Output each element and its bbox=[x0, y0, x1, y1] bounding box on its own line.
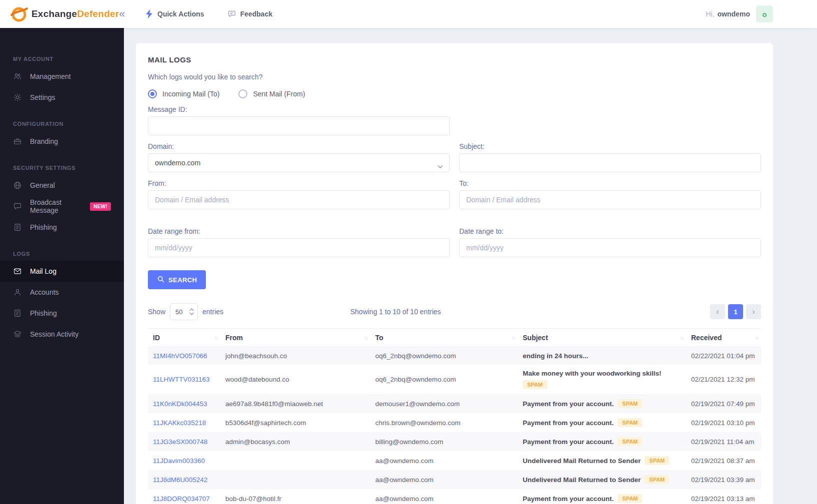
table-row: 11JG3eSX000748admin@bocasys.combilling@o… bbox=[148, 432, 761, 451]
greeting-text: Hi, bbox=[706, 10, 715, 18]
avatar[interactable]: o bbox=[756, 5, 773, 22]
cell-from: ae697a8.9b481f0@miaoweb.net bbox=[220, 394, 370, 413]
date-to-input[interactable] bbox=[459, 238, 761, 257]
cell-id: 11J8DORQ034707 bbox=[148, 489, 220, 504]
sidebar: MY ACCOUNT Management Settings CONFIGURA… bbox=[0, 28, 124, 504]
domain-label: Domain: bbox=[148, 142, 450, 150]
sidebar-item-label: Mail Log bbox=[30, 267, 56, 275]
cell-id: 11K0nKDk004453 bbox=[148, 394, 220, 413]
showing-info: Showing 1 to 10 of 10 entries bbox=[350, 308, 441, 316]
from-input[interactable] bbox=[148, 190, 450, 209]
sidebar-item-mail-log[interactable]: Mail Log bbox=[0, 261, 124, 282]
radio-sent-mail[interactable]: Sent Mail (From) bbox=[238, 89, 305, 98]
cell-subject: Undelivered Mail Returned to SenderSPAM bbox=[518, 470, 686, 489]
subject-text: Undelivered Mail Returned to Sender bbox=[523, 457, 641, 465]
table-row: 11JDavim003360aa@owndemo.comUndelivered … bbox=[148, 451, 761, 470]
radio-circle bbox=[148, 89, 157, 98]
subject-label: Subject: bbox=[459, 142, 761, 150]
prev-page-button[interactable]: ‹ bbox=[710, 304, 725, 319]
orange-sphere-logo-icon bbox=[10, 5, 28, 23]
sidebar-item-label: Accounts bbox=[30, 288, 59, 296]
next-page-button[interactable]: › bbox=[746, 304, 761, 319]
message-id-link[interactable]: 11JKAKkc035218 bbox=[153, 419, 206, 427]
cell-to: oq6_2nbq@owndemo.com bbox=[370, 365, 518, 394]
header-id[interactable]: ID↑↓ bbox=[148, 329, 220, 347]
cell-to: aa@owndemo.com bbox=[370, 489, 518, 504]
cell-from: wood@datebound.co bbox=[220, 365, 370, 394]
sort-icon: ↑↓ bbox=[680, 335, 683, 341]
message-id-link[interactable]: 11JDavim003360 bbox=[153, 457, 205, 465]
list-controls: Show 50 entries Showing 1 to 10 of 10 en… bbox=[148, 303, 761, 320]
message-id-link[interactable]: 11LHWTTV031163 bbox=[153, 376, 210, 383]
sidebar-item-phishing-security[interactable]: Phishing bbox=[0, 217, 124, 238]
sidebar-item-session-activity[interactable]: Session Activity bbox=[0, 324, 124, 345]
to-input[interactable] bbox=[459, 190, 761, 209]
cell-id: 11MI4hVO057066 bbox=[148, 347, 220, 365]
subject-input[interactable] bbox=[459, 153, 761, 172]
cell-subject: Payment from your account.SPAM bbox=[518, 394, 686, 413]
message-id-link[interactable]: 11J8dM6U005242 bbox=[153, 476, 207, 484]
cell-subject: Payment from your account.SPAM bbox=[518, 489, 686, 504]
table-row: 11JKAKkc035218b5306d4f@saphirtech.comchr… bbox=[148, 413, 761, 432]
briefcase-icon bbox=[13, 137, 22, 146]
from-label: From: bbox=[148, 179, 450, 187]
message-id-link[interactable]: 11JG3eSX000748 bbox=[153, 438, 207, 446]
domain-select[interactable]: owndemo.com bbox=[148, 153, 450, 172]
table-row: 11K0nKDk004453ae697a8.9b481f0@miaoweb.ne… bbox=[148, 394, 761, 413]
document-lines-icon bbox=[13, 309, 22, 318]
header-to[interactable]: To↑↓ bbox=[370, 329, 518, 347]
gear-icon bbox=[13, 93, 22, 102]
cell-received: 02/19/2021 07:49 pm bbox=[686, 394, 761, 413]
sidebar-item-settings[interactable]: Settings bbox=[0, 87, 124, 108]
cell-id: 11JDavim003360 bbox=[148, 451, 220, 470]
header-from[interactable]: From↑↓ bbox=[220, 329, 370, 347]
user-menu[interactable]: Hi, owndemo o bbox=[706, 5, 817, 22]
sidebar-section-logs: LOGS bbox=[0, 251, 124, 257]
lightning-bolt-icon bbox=[145, 9, 153, 19]
date-from-input[interactable] bbox=[148, 238, 450, 257]
spam-badge: SPAM bbox=[618, 437, 642, 446]
message-id-input[interactable] bbox=[148, 116, 450, 135]
cell-from: admin@bocasys.com bbox=[220, 432, 370, 451]
sidebar-item-broadcast-message[interactable]: Broadcast Message NEW! bbox=[0, 196, 124, 217]
cell-received: 02/19/2021 11:04 am bbox=[686, 432, 761, 451]
mail-icon bbox=[13, 267, 22, 276]
sidebar-item-accounts[interactable]: Accounts bbox=[0, 282, 124, 303]
sidebar-item-general[interactable]: General bbox=[0, 175, 124, 196]
quick-actions-button[interactable]: Quick Actions bbox=[145, 9, 204, 19]
page-1-button[interactable]: 1 bbox=[728, 304, 743, 319]
message-id-link[interactable]: 11K0nKDk004453 bbox=[153, 400, 207, 408]
header-received[interactable]: Received↑↓ bbox=[686, 329, 761, 347]
subject-text: Payment from your account. bbox=[523, 400, 614, 408]
cell-received: 02/19/2021 03:39 am bbox=[686, 470, 761, 489]
cell-received: 02/21/2021 12:32 pm bbox=[686, 365, 761, 394]
sidebar-item-management[interactable]: Management bbox=[0, 66, 124, 87]
table-row: 11LHWTTV031163wood@datebound.cooq6_2nbq@… bbox=[148, 365, 761, 394]
sidebar-collapse-icon[interactable]: « bbox=[119, 8, 125, 19]
message-id-label: Message ID: bbox=[148, 105, 450, 113]
table-row: 11MI4hVO057066john@beachsouh.cooq6_2nbq@… bbox=[148, 347, 761, 365]
search-button[interactable]: SEARCH bbox=[148, 270, 206, 289]
radio-incoming-mail[interactable]: Incoming Mail (To) bbox=[148, 89, 219, 98]
chevron-right-icon: › bbox=[752, 307, 755, 317]
search-button-label: SEARCH bbox=[168, 276, 197, 284]
message-id-link[interactable]: 11MI4hVO057066 bbox=[153, 352, 207, 360]
topbar-actions: Quick Actions Feedback bbox=[145, 9, 272, 19]
sidebar-item-phishing-log[interactable]: Phishing bbox=[0, 303, 124, 324]
cell-from bbox=[220, 451, 370, 470]
message-id-link[interactable]: 11J8DORQ034707 bbox=[153, 495, 210, 503]
mail-table-body: 11MI4hVO057066john@beachsouh.cooq6_2nbq@… bbox=[148, 347, 761, 504]
feedback-button[interactable]: Feedback bbox=[227, 9, 273, 18]
sidebar-item-label: Phishing bbox=[30, 309, 57, 317]
spam-badge: SPAM bbox=[618, 494, 642, 503]
page-size-select[interactable]: 50 bbox=[170, 303, 198, 320]
cell-subject: Make money with your woodworking skills!… bbox=[518, 365, 686, 394]
header-subject[interactable]: Subject↑↓ bbox=[518, 329, 686, 347]
sidebar-section-my-account: MY ACCOUNT bbox=[0, 56, 124, 62]
chat-bubble-icon bbox=[13, 202, 22, 211]
subject-text: ending in 24 hours... bbox=[523, 352, 588, 360]
date-to-label: Date range to: bbox=[459, 227, 761, 235]
sidebar-item-branding[interactable]: Branding bbox=[0, 131, 124, 152]
brand-name: ExchangeDefender bbox=[31, 8, 119, 19]
cell-received: 02/22/2021 01:04 pm bbox=[686, 347, 761, 365]
